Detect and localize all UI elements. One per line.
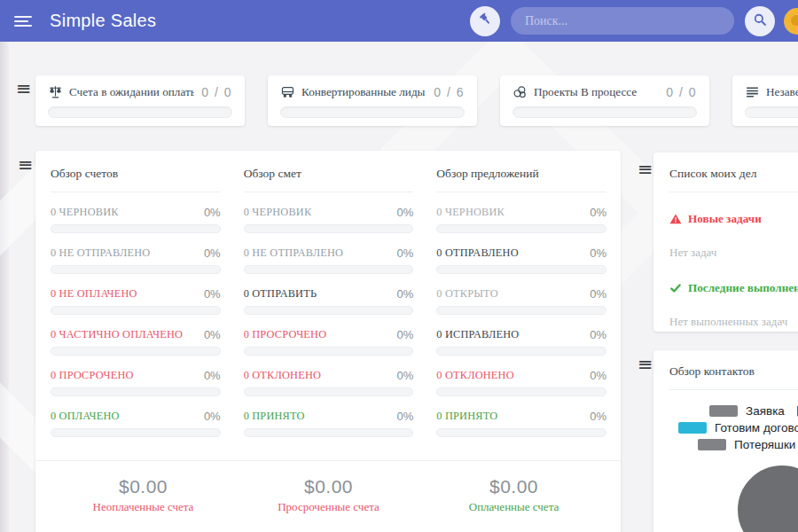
progress-bar — [51, 347, 221, 356]
stat-card-projects-in-progress[interactable]: Проекты В процессе 0 / 0 — [500, 75, 709, 126]
menu-icon[interactable] — [14, 13, 32, 29]
status-percent: 0% — [199, 287, 221, 301]
stat-label: Проекты В процессе — [534, 85, 637, 99]
status-row: 0 ЧАСТИЧНО ОПЛАЧЕНО 0% — [51, 328, 221, 356]
status-label[interactable]: 0 НЕ ОТПРАВЛЕНО — [51, 246, 150, 260]
leads-icon — [280, 84, 295, 99]
legend-item[interactable]: Готовим договор — [678, 421, 798, 434]
status-label[interactable]: 0 ИСПРАВЛЕНО — [436, 328, 519, 341]
status-percent: 0% — [392, 287, 414, 301]
status-label[interactable]: 0 НЕ ОТПРАВЛЕНО — [244, 246, 343, 260]
stat-label: Конвертированные лиды — [301, 85, 425, 99]
status-percent: 0% — [392, 369, 414, 382]
total-label: Просроченные счета — [236, 500, 421, 514]
status-row: 0 ПРИНЯТО 0% — [244, 410, 414, 437]
status-percent: 0% — [584, 206, 606, 219]
status-percent: 0% — [584, 246, 606, 260]
status-row: 0 ОТКЛОНЕНО 0% — [244, 369, 414, 396]
stat-progress-bar — [745, 106, 798, 118]
drag-handle-contacts[interactable]: ≡ — [638, 358, 653, 371]
projects-icon — [512, 84, 528, 99]
stat-card-invoices-awaiting[interactable]: Счета в ожидании оплаты 0 / 0 — [35, 75, 245, 126]
gavel-button[interactable] — [470, 6, 500, 36]
total-amount: $0.00 — [51, 476, 236, 497]
stat-progress-bar — [280, 106, 465, 118]
status-label[interactable]: 0 ОТКРЫТО — [436, 287, 497, 301]
status-label[interactable]: 0 ОПЛАЧЕНО — [51, 410, 120, 423]
legend-swatch — [678, 422, 707, 434]
status-row: 0 ОТКРЫТО 0% — [436, 287, 606, 315]
total-label: Оплаченные счета — [421, 500, 606, 514]
status-row: 0 ПРОСРОЧЕНО 0% — [244, 328, 414, 356]
status-row: 0 ОПЛАЧЕНО 0% — [51, 410, 221, 437]
done-tasks-header: Последние выполненные задачи — [669, 281, 798, 295]
progress-bar — [51, 428, 221, 437]
status-label[interactable]: 0 ПРИНЯТО — [244, 410, 305, 423]
progress-bar — [436, 265, 606, 274]
status-label[interactable]: 0 НЕ ОПЛАЧЕНО — [51, 287, 137, 301]
status-percent: 0% — [584, 287, 606, 301]
legend-item[interactable]: Заявка — [709, 404, 785, 418]
status-row: 0 ОТКЛОНЕНО 0% — [436, 369, 606, 396]
status-percent: 0% — [392, 246, 414, 260]
stat-card-converted-leads[interactable]: Конвертированные лиды 0 / 6 — [268, 75, 477, 126]
status-label[interactable]: 0 ЧЕРНОВИК — [436, 206, 505, 219]
drag-handle-todo[interactable]: ≡ — [638, 163, 653, 176]
status-row: 0 ЧЕРНОВИК 0% — [244, 206, 414, 233]
status-row: 0 ПРИНЯТО 0% — [436, 410, 606, 437]
status-label[interactable]: 0 ПРОСРОЧЕНО — [51, 369, 134, 382]
stat-value: 0 / 0 — [659, 85, 697, 99]
status-row: 0 ОТПРАВЛЕНО 0% — [436, 246, 606, 274]
status-percent: 0% — [392, 410, 414, 423]
stat-card-unfinished-tasks[interactable]: Незавершенные задачи — [732, 75, 798, 126]
status-percent: 0% — [584, 410, 606, 423]
search-button[interactable] — [745, 6, 775, 36]
total-overdue-invoices: $0.00 Просроченные счета — [236, 476, 421, 514]
status-label[interactable]: 0 ПРИНЯТО — [436, 410, 497, 423]
search-input[interactable] — [511, 7, 734, 35]
progress-bar — [51, 306, 221, 315]
app-title[interactable]: Simple Sales — [50, 11, 156, 31]
status-label[interactable]: 0 ОТКЛОНЕНО — [436, 369, 513, 382]
check-icon — [669, 282, 682, 294]
stat-value: 0 / 0 — [194, 85, 232, 99]
drag-handle-overview[interactable]: ≡ — [18, 159, 34, 171]
legend-item[interactable]: Потеряшки — [698, 438, 795, 451]
progress-bar — [436, 347, 606, 356]
stat-value: 0 / 6 — [426, 85, 465, 99]
progress-bar — [244, 428, 414, 437]
total-amount: $0.00 — [236, 476, 421, 497]
status-percent: 0% — [199, 246, 221, 260]
status-label[interactable]: 0 ЧАСТИЧНО ОПЛАЧЕНО — [51, 328, 183, 341]
progress-bar — [51, 265, 221, 274]
panel-title: Обзор контактов — [669, 364, 798, 390]
notification-icon[interactable] — [784, 8, 798, 35]
progress-bar — [51, 224, 221, 233]
status-label[interactable]: 0 ОТКЛОНЕНО — [244, 369, 321, 382]
app-header: Simple Sales — [0, 0, 798, 42]
status-row: 0 НЕ ОТПРАВЛЕНО 0% — [51, 246, 221, 274]
progress-bar — [244, 347, 414, 356]
progress-bar — [244, 224, 414, 233]
status-label[interactable]: 0 ОТПРАВЛЕНО — [436, 246, 518, 260]
stat-progress-bar — [48, 106, 232, 118]
search-icon — [752, 12, 768, 31]
drag-handle-stats[interactable]: ≡ — [16, 82, 32, 95]
done-tasks-empty: Нет выполненных задач — [669, 315, 798, 329]
stat-label: Счета в ожидании оплаты — [69, 85, 194, 99]
progress-bar — [436, 428, 606, 437]
status-label[interactable]: 0 ОТПРАВИТЬ — [244, 287, 317, 301]
invoices-overview-column: Обзор счетов 0 ЧЕРНОВИК 0% 0 НЕ ОТПРАВЛЕ… — [51, 167, 221, 437]
estimates-overview-column: Обзор смет 0 ЧЕРНОВИК 0% 0 НЕ ОТПРАВЛЕНО… — [244, 167, 414, 437]
stat-label: Незавершенные задачи — [766, 85, 798, 99]
legend-label: Заявка — [746, 404, 785, 418]
total-unpaid-invoices: $0.00 Неоплаченные счета — [51, 476, 236, 514]
status-label[interactable]: 0 ПРОСРОЧЕНО — [244, 328, 327, 341]
status-label[interactable]: 0 ЧЕРНОВИК — [51, 206, 119, 219]
chart-legend: Заявка Готовим договор Потеряшки — [669, 404, 798, 450]
status-percent: 0% — [584, 369, 606, 382]
contacts-overview-widget: Обзор контактов Заявка Готовим договор П… — [653, 350, 798, 532]
tasks-icon — [745, 84, 760, 99]
status-label[interactable]: 0 ЧЕРНОВИК — [244, 206, 312, 219]
warning-icon — [669, 213, 682, 225]
